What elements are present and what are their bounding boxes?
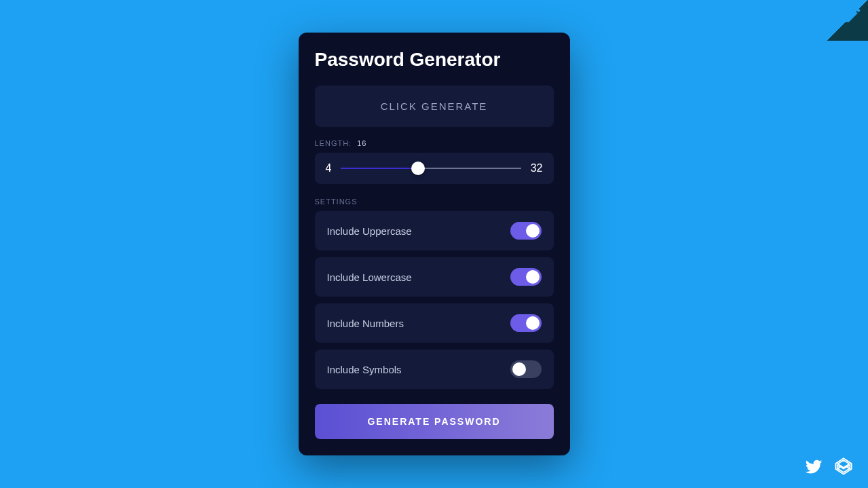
toggle-symbols[interactable] bbox=[510, 360, 542, 378]
length-value: 16 bbox=[357, 139, 366, 147]
slider-max: 32 bbox=[531, 162, 543, 174]
password-generator-card: Password Generator CLICK GENERATE LENGTH… bbox=[299, 33, 570, 455]
setting-uppercase: Include Uppercase bbox=[315, 211, 554, 250]
length-slider[interactable] bbox=[341, 168, 521, 169]
setting-numbers: Include Numbers bbox=[315, 303, 554, 343]
page-title: Password Generator bbox=[315, 49, 554, 71]
slider-min: 4 bbox=[326, 162, 332, 174]
toggle-lowercase[interactable] bbox=[510, 268, 542, 286]
setting-symbols: Include Symbols bbox=[315, 350, 554, 389]
length-label: LENGTH: 16 bbox=[315, 139, 554, 147]
slider-thumb[interactable] bbox=[411, 162, 425, 175]
setting-lowercase: Include Lowercase bbox=[315, 257, 554, 297]
settings-label: SETTINGS bbox=[315, 198, 554, 206]
toggle-uppercase[interactable] bbox=[510, 222, 542, 240]
footer-icons bbox=[804, 457, 853, 476]
pen-icon bbox=[844, 5, 863, 24]
toggle-numbers[interactable] bbox=[510, 314, 542, 332]
corner-badge bbox=[827, 0, 868, 41]
twitter-icon[interactable] bbox=[804, 457, 823, 476]
generate-button[interactable]: GENERATE PASSWORD bbox=[315, 404, 554, 439]
password-output[interactable]: CLICK GENERATE bbox=[315, 86, 554, 127]
length-slider-box: 4 32 bbox=[315, 153, 554, 184]
codepen-icon[interactable] bbox=[834, 457, 853, 476]
